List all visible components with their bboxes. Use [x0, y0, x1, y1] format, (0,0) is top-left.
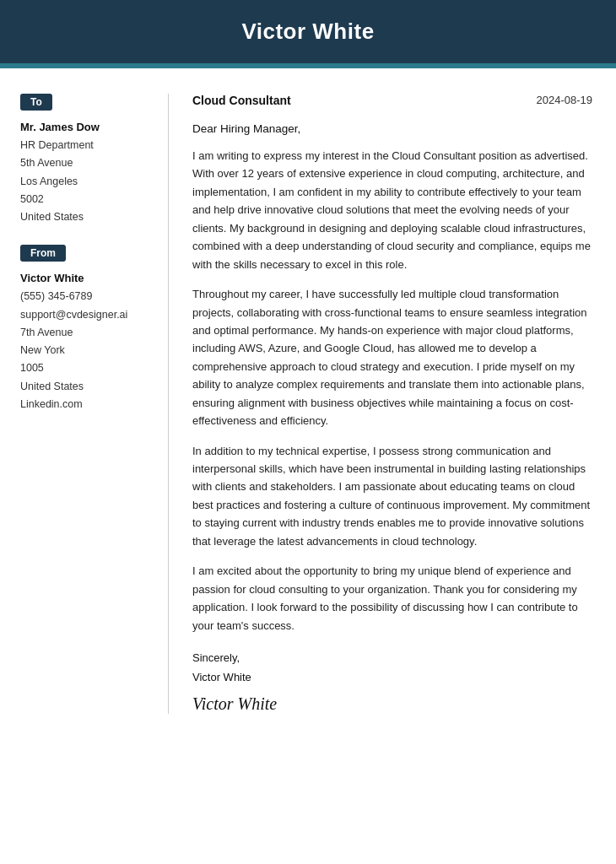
- paragraph-4: I am excited about the opportunity to br…: [192, 562, 592, 634]
- paragraph-3: In addition to my technical expertise, I…: [192, 442, 592, 551]
- sender-zip: 1005: [20, 359, 151, 377]
- sender-city: New York: [20, 342, 151, 359]
- closing: Sincerely, Victor White: [192, 648, 592, 688]
- recipient-country: United States: [20, 208, 151, 226]
- recipient-department: HR Department: [20, 137, 151, 154]
- header: Victor White: [0, 0, 616, 63]
- paragraph-2: Throughout my career, I have successfull…: [192, 285, 592, 430]
- sender-name: Victor White: [20, 272, 151, 284]
- recipient-zip: 5002: [20, 191, 151, 208]
- recipient-street: 5th Avenue: [20, 154, 151, 172]
- from-section: From Victor White (555) 345-6789 support…: [20, 245, 151, 413]
- sender-website: Linkedin.com: [20, 396, 151, 413]
- sender-street: 7th Avenue: [20, 324, 151, 342]
- letter-body: Cloud Consultant 2024-08-19 Dear Hiring …: [169, 94, 616, 714]
- salutation: Dear Hiring Manager,: [192, 122, 592, 135]
- to-badge: To: [20, 94, 52, 111]
- closing-line2: Victor White: [192, 667, 592, 687]
- signature: Victor White: [192, 694, 592, 714]
- paragraph-1: I am writing to express my interest in t…: [192, 147, 592, 273]
- job-title: Cloud Consultant: [192, 94, 291, 107]
- main-content: To Mr. James Dow HR Department 5th Avenu…: [0, 68, 616, 739]
- letter-date: 2024-08-19: [537, 94, 593, 106]
- page: Victor White To Mr. James Dow HR Departm…: [0, 0, 616, 864]
- to-section: To Mr. James Dow HR Department 5th Avenu…: [20, 94, 151, 226]
- recipient-city: Los Angeles: [20, 173, 151, 191]
- sender-country: United States: [20, 378, 151, 396]
- recipient-name: Mr. James Dow: [20, 121, 151, 133]
- letter-header-row: Cloud Consultant 2024-08-19: [192, 94, 592, 107]
- header-name: Victor White: [241, 19, 374, 44]
- sidebar: To Mr. James Dow HR Department 5th Avenu…: [0, 94, 169, 714]
- sender-phone: (555) 345-6789: [20, 288, 151, 305]
- closing-line1: Sincerely,: [192, 648, 592, 667]
- from-badge: From: [20, 245, 66, 262]
- sender-email: support@cvdesigner.ai: [20, 306, 151, 324]
